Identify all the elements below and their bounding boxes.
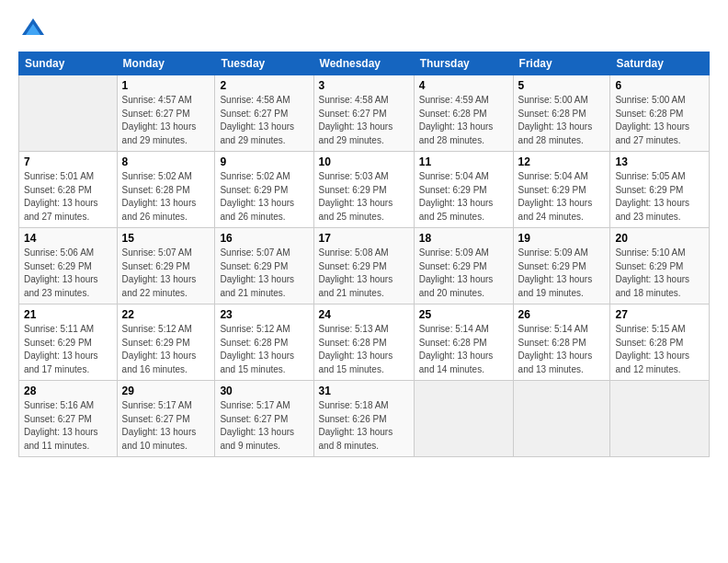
calendar-cell: 9Sunrise: 5:02 AM Sunset: 6:29 PM Daylig… [215, 152, 313, 228]
day-info: Sunrise: 4:58 AM Sunset: 6:27 PM Dayligh… [220, 94, 308, 147]
day-info: Sunrise: 5:16 AM Sunset: 6:27 PM Dayligh… [24, 399, 112, 453]
day-number: 13 [615, 155, 704, 168]
day-info: Sunrise: 4:59 AM Sunset: 6:28 PM Dayligh… [419, 94, 508, 147]
calendar-cell: 15Sunrise: 5:07 AM Sunset: 6:29 PM Dayli… [117, 228, 215, 304]
calendar-cell: 26Sunrise: 5:14 AM Sunset: 6:28 PM Dayli… [513, 304, 610, 381]
day-number: 20 [615, 232, 704, 245]
calendar-cell: 4Sunrise: 4:59 AM Sunset: 6:28 PM Daylig… [414, 75, 513, 152]
day-number: 7 [24, 155, 112, 168]
day-info: Sunrise: 5:02 AM Sunset: 6:29 PM Dayligh… [220, 170, 308, 224]
table-row: 7Sunrise: 5:01 AM Sunset: 6:28 PM Daylig… [19, 152, 710, 228]
header-cell: Tuesday [215, 52, 313, 75]
calendar-cell: 21Sunrise: 5:11 AM Sunset: 6:29 PM Dayli… [19, 304, 118, 381]
calendar-cell [19, 75, 118, 152]
day-info: Sunrise: 5:17 AM Sunset: 6:27 PM Dayligh… [122, 399, 210, 453]
day-info: Sunrise: 5:05 AM Sunset: 6:29 PM Dayligh… [615, 170, 704, 224]
day-number: 11 [419, 155, 508, 168]
day-info: Sunrise: 4:57 AM Sunset: 6:27 PM Dayligh… [122, 94, 210, 147]
calendar-cell: 7Sunrise: 5:01 AM Sunset: 6:28 PM Daylig… [19, 152, 118, 228]
day-info: Sunrise: 5:00 AM Sunset: 6:28 PM Dayligh… [518, 94, 606, 147]
calendar-cell: 13Sunrise: 5:05 AM Sunset: 6:29 PM Dayli… [610, 152, 710, 228]
calendar-cell: 27Sunrise: 5:15 AM Sunset: 6:28 PM Dayli… [610, 304, 710, 381]
header-cell: Friday [513, 52, 610, 75]
day-number: 22 [122, 308, 210, 321]
calendar-cell [513, 381, 610, 457]
calendar-cell: 10Sunrise: 5:03 AM Sunset: 6:29 PM Dayli… [313, 152, 414, 228]
table-row: 14Sunrise: 5:06 AM Sunset: 6:29 PM Dayli… [19, 228, 710, 304]
day-number: 26 [518, 308, 606, 321]
calendar-cell: 17Sunrise: 5:08 AM Sunset: 6:29 PM Dayli… [313, 228, 414, 304]
header-cell: Sunday [19, 52, 118, 75]
calendar-cell: 28Sunrise: 5:16 AM Sunset: 6:27 PM Dayli… [19, 381, 118, 457]
header-row: SundayMondayTuesdayWednesdayThursdayFrid… [19, 52, 710, 75]
calendar-cell: 3Sunrise: 4:58 AM Sunset: 6:27 PM Daylig… [313, 75, 414, 152]
calendar-cell: 25Sunrise: 5:14 AM Sunset: 6:28 PM Dayli… [414, 304, 513, 381]
calendar-cell [414, 381, 513, 457]
day-info: Sunrise: 5:02 AM Sunset: 6:28 PM Dayligh… [122, 170, 210, 224]
header [18, 17, 710, 42]
calendar-cell: 30Sunrise: 5:17 AM Sunset: 6:27 PM Dayli… [215, 381, 313, 457]
table-row: 28Sunrise: 5:16 AM Sunset: 6:27 PM Dayli… [19, 381, 710, 457]
calendar-cell: 5Sunrise: 5:00 AM Sunset: 6:28 PM Daylig… [513, 75, 610, 152]
day-info: Sunrise: 5:00 AM Sunset: 6:28 PM Dayligh… [615, 94, 704, 147]
day-number: 3 [319, 79, 409, 92]
page: SundayMondayTuesdayWednesdayThursdayFrid… [0, 0, 728, 466]
day-info: Sunrise: 5:14 AM Sunset: 6:28 PM Dayligh… [518, 323, 606, 376]
calendar-cell: 19Sunrise: 5:09 AM Sunset: 6:29 PM Dayli… [513, 228, 610, 304]
day-number: 16 [220, 232, 308, 245]
calendar-cell [610, 381, 710, 457]
day-number: 8 [122, 155, 210, 168]
day-number: 31 [319, 385, 409, 397]
calendar-cell: 8Sunrise: 5:02 AM Sunset: 6:28 PM Daylig… [117, 152, 215, 228]
calendar-cell: 20Sunrise: 5:10 AM Sunset: 6:29 PM Dayli… [610, 228, 710, 304]
day-number: 30 [220, 385, 308, 397]
day-number: 10 [319, 155, 409, 168]
day-info: Sunrise: 5:07 AM Sunset: 6:29 PM Dayligh… [122, 247, 210, 300]
day-number: 12 [518, 155, 606, 168]
header-cell: Monday [117, 52, 215, 75]
day-info: Sunrise: 5:12 AM Sunset: 6:29 PM Dayligh… [122, 323, 210, 376]
calendar-cell: 31Sunrise: 5:18 AM Sunset: 6:26 PM Dayli… [313, 381, 414, 457]
day-number: 15 [122, 232, 210, 245]
header-cell: Wednesday [313, 52, 414, 75]
day-info: Sunrise: 5:15 AM Sunset: 6:28 PM Dayligh… [615, 323, 704, 376]
day-number: 5 [518, 79, 606, 92]
day-info: Sunrise: 5:09 AM Sunset: 6:29 PM Dayligh… [419, 247, 508, 300]
day-number: 25 [419, 308, 508, 321]
day-number: 27 [615, 308, 704, 321]
day-info: Sunrise: 5:18 AM Sunset: 6:26 PM Dayligh… [319, 399, 409, 453]
day-info: Sunrise: 5:13 AM Sunset: 6:28 PM Dayligh… [319, 323, 409, 376]
day-number: 24 [319, 308, 409, 321]
day-info: Sunrise: 5:12 AM Sunset: 6:28 PM Dayligh… [220, 323, 308, 376]
calendar-cell: 16Sunrise: 5:07 AM Sunset: 6:29 PM Dayli… [215, 228, 313, 304]
calendar-cell: 29Sunrise: 5:17 AM Sunset: 6:27 PM Dayli… [117, 381, 215, 457]
header-cell: Thursday [414, 52, 513, 75]
day-number: 17 [319, 232, 409, 245]
day-number: 23 [220, 308, 308, 321]
day-info: Sunrise: 5:03 AM Sunset: 6:29 PM Dayligh… [319, 170, 409, 224]
day-info: Sunrise: 5:11 AM Sunset: 6:29 PM Dayligh… [24, 323, 112, 376]
calendar-cell: 6Sunrise: 5:00 AM Sunset: 6:28 PM Daylig… [610, 75, 710, 152]
day-info: Sunrise: 5:06 AM Sunset: 6:29 PM Dayligh… [24, 247, 112, 300]
table-row: 21Sunrise: 5:11 AM Sunset: 6:29 PM Dayli… [19, 304, 710, 381]
calendar-cell: 12Sunrise: 5:04 AM Sunset: 6:29 PM Dayli… [513, 152, 610, 228]
day-info: Sunrise: 5:09 AM Sunset: 6:29 PM Dayligh… [518, 247, 606, 300]
day-number: 21 [24, 308, 112, 321]
calendar-cell: 24Sunrise: 5:13 AM Sunset: 6:28 PM Dayli… [313, 304, 414, 381]
day-number: 9 [220, 155, 308, 168]
day-number: 6 [615, 79, 704, 92]
day-number: 29 [122, 385, 210, 397]
day-info: Sunrise: 5:01 AM Sunset: 6:28 PM Dayligh… [24, 170, 112, 224]
day-number: 28 [24, 385, 112, 397]
table-row: 1Sunrise: 4:57 AM Sunset: 6:27 PM Daylig… [19, 75, 710, 152]
day-number: 1 [122, 79, 210, 92]
day-info: Sunrise: 5:07 AM Sunset: 6:29 PM Dayligh… [220, 247, 308, 300]
day-number: 2 [220, 79, 308, 92]
day-number: 19 [518, 232, 606, 245]
day-info: Sunrise: 5:14 AM Sunset: 6:28 PM Dayligh… [419, 323, 508, 376]
logo-icon [20, 17, 46, 42]
calendar-cell: 1Sunrise: 4:57 AM Sunset: 6:27 PM Daylig… [117, 75, 215, 152]
logo [18, 17, 46, 42]
day-info: Sunrise: 5:17 AM Sunset: 6:27 PM Dayligh… [220, 399, 308, 453]
day-number: 18 [419, 232, 508, 245]
